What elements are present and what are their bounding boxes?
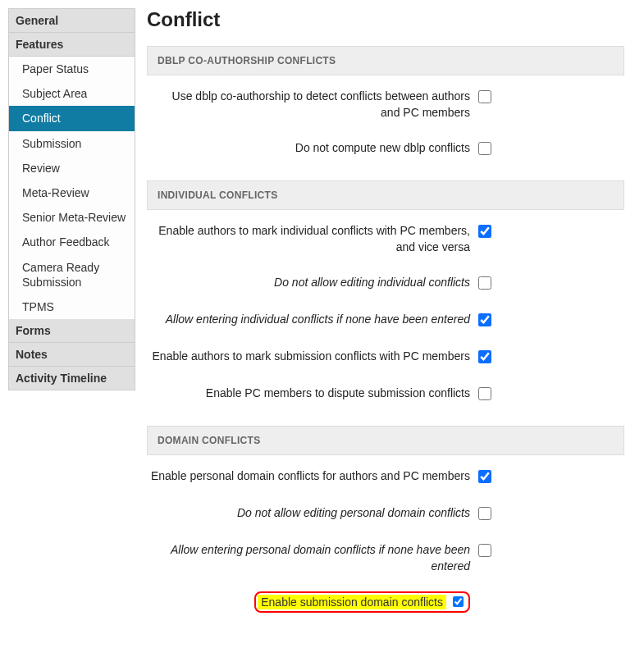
settings-sidebar: General Features Paper Status Subject Ar… — [8, 8, 135, 390]
checkbox-domain-personal[interactable] — [478, 470, 491, 483]
label-domain-personal: Enable personal domain conflicts for aut… — [150, 468, 470, 485]
sidebar-item-subject-area[interactable]: Subject Area — [9, 81, 135, 106]
label-individual-allow-enter: Allow entering individual conflicts if n… — [150, 312, 470, 328]
sidebar-item-camera-ready-submission[interactable]: Camera Ready Submission — [9, 255, 135, 294]
row-domain-submission: Enable submission domain conflicts — [147, 585, 624, 623]
sidebar-item-author-feedback[interactable]: Author Feedback — [9, 230, 135, 254]
section-header-domain: DOMAIN CONFLICTS — [147, 426, 624, 455]
checkbox-domain-noedit[interactable] — [478, 507, 491, 520]
checkbox-domain-allow-enter[interactable] — [478, 544, 491, 557]
label-individual-noedit: Do not allow editing individual conflict… — [150, 275, 470, 291]
checkbox-domain-submission[interactable] — [453, 596, 464, 607]
sidebar-item-conflict[interactable]: Conflict — [9, 106, 135, 130]
label-domain-noedit: Do not allow editing personal domain con… — [150, 505, 470, 522]
sidebar-section-forms[interactable]: Forms — [9, 319, 135, 343]
label-individual-dispute: Enable PC members to dispute submission … — [150, 386, 470, 402]
checkbox-individual-dispute[interactable] — [478, 387, 491, 400]
row-individual-dispute: Enable PC members to dispute submission … — [147, 376, 624, 413]
checkbox-individual-submission[interactable] — [478, 350, 491, 363]
sidebar-section-activity-timeline[interactable]: Activity Timeline — [9, 367, 135, 390]
checkbox-individual-allow-enter[interactable] — [478, 313, 491, 326]
sidebar-item-paper-status[interactable]: Paper Status — [9, 57, 135, 81]
label-domain-allow-enter: Allow entering personal domain conflicts… — [150, 542, 470, 574]
row-dblp-detect: Use dblp co-authorship to detect conflic… — [147, 79, 624, 130]
page-title: Conflict — [147, 8, 624, 31]
row-individual-allow-enter: Allow entering individual conflicts if n… — [147, 302, 624, 339]
label-domain-submission: Enable submission domain conflicts — [258, 595, 446, 609]
sidebar-item-review[interactable]: Review — [9, 156, 135, 180]
sidebar-item-submission[interactable]: Submission — [9, 131, 135, 156]
row-dblp-nocompute: Do not compute new dblp conflicts — [147, 130, 624, 167]
label-individual-submission: Enable authors to mark submission confli… — [150, 349, 470, 365]
sidebar-section-notes[interactable]: Notes — [9, 343, 135, 367]
row-individual-noedit: Do not allow editing individual conflict… — [147, 265, 624, 302]
sidebar-section-features[interactable]: Features — [9, 33, 135, 57]
checkbox-dblp-nocompute[interactable] — [478, 142, 491, 155]
section-header-individual: INDIVIDUAL CONFLICTS — [147, 180, 624, 210]
label-dblp-nocompute: Do not compute new dblp conflicts — [150, 140, 470, 157]
sidebar-item-meta-review[interactable]: Meta-Review — [9, 180, 135, 205]
sidebar-section-general[interactable]: General — [9, 9, 135, 33]
row-domain-personal: Enable personal domain conflicts for aut… — [147, 459, 624, 495]
row-domain-allow-enter: Allow entering personal domain conflicts… — [147, 532, 624, 584]
checkbox-individual-enable-authors[interactable] — [478, 225, 491, 238]
checkbox-dblp-detect[interactable] — [478, 90, 491, 103]
checkbox-individual-noedit[interactable] — [478, 276, 491, 290]
highlight-callout: Enable submission domain conflicts — [254, 591, 470, 613]
label-dblp-detect: Use dblp co-authorship to detect conflic… — [150, 89, 470, 121]
row-individual-enable-authors: Enable authors to mark individual confli… — [147, 213, 624, 265]
section-header-dblp: DBLP CO-AUTHORSHIP CONFLICTS — [147, 46, 624, 75]
row-individual-submission: Enable authors to mark submission confli… — [147, 339, 624, 376]
label-individual-enable-authors: Enable authors to mark individual confli… — [150, 223, 470, 255]
main-content: Conflict DBLP CO-AUTHORSHIP CONFLICTS Us… — [135, 8, 636, 627]
sidebar-item-senior-meta-review[interactable]: Senior Meta-Review — [9, 205, 135, 230]
sidebar-item-tpms[interactable]: TPMS — [9, 294, 135, 319]
sidebar-feature-list: Paper Status Subject Area Conflict Submi… — [9, 57, 135, 319]
row-domain-noedit: Do not allow editing personal domain con… — [147, 495, 624, 532]
